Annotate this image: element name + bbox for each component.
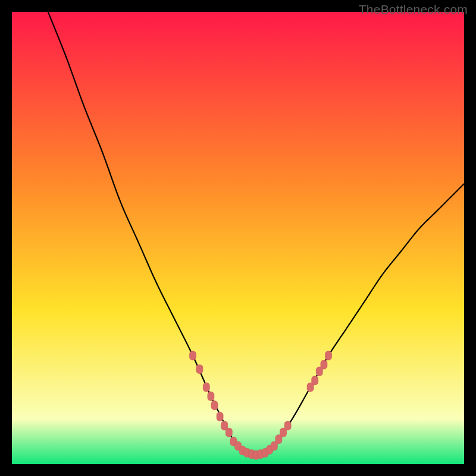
data-marker xyxy=(196,365,203,374)
data-marker xyxy=(321,360,327,369)
chart-background-gradient xyxy=(12,12,464,464)
chart-plot-area xyxy=(12,12,464,464)
data-marker xyxy=(203,383,209,392)
watermark-text: TheBottleneck.com xyxy=(359,2,468,17)
data-marker xyxy=(190,351,196,360)
data-marker xyxy=(226,428,232,437)
data-marker xyxy=(325,351,332,360)
data-marker xyxy=(217,412,223,421)
data-marker xyxy=(284,421,291,430)
data-marker xyxy=(211,401,218,410)
chart-svg xyxy=(12,12,464,464)
data-marker xyxy=(208,392,214,401)
data-marker xyxy=(312,376,318,385)
